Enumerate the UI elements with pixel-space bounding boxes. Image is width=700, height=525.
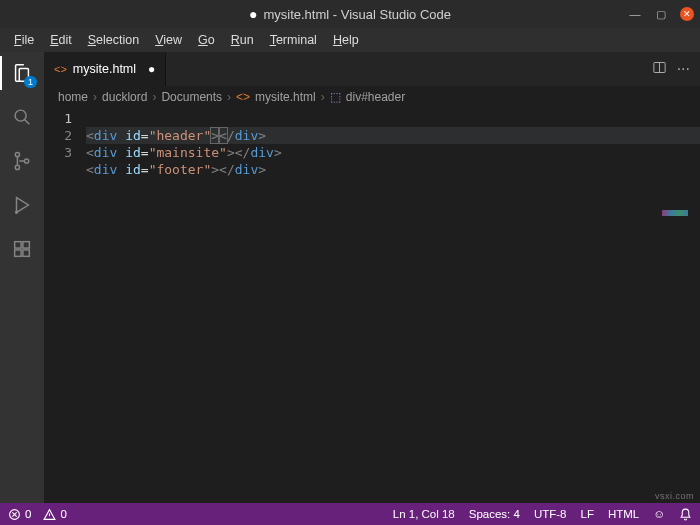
activity-source-control[interactable] — [9, 148, 35, 174]
dirty-indicator-icon: ● — [249, 6, 257, 22]
minimap[interactable] — [662, 210, 688, 216]
status-eol[interactable]: LF — [581, 508, 594, 520]
split-editor-icon[interactable] — [652, 60, 667, 79]
menu-run[interactable]: Run — [223, 31, 262, 49]
tab-dirty-icon: ● — [148, 62, 155, 76]
svg-rect-5 — [15, 242, 21, 248]
menu-terminal[interactable]: Terminal — [262, 31, 325, 49]
window-title: mysite.html - Visual Studio Code — [263, 7, 451, 22]
status-feedback-icon[interactable]: ☺ — [653, 508, 665, 520]
menu-help[interactable]: Help — [325, 31, 367, 49]
breadcrumb-segment[interactable]: home — [58, 90, 88, 104]
status-bar: 0 0 Ln 1, Col 18 Spaces: 4 UTF-8 LF HTML… — [0, 503, 700, 525]
activity-search[interactable] — [9, 104, 35, 130]
menu-edit[interactable]: Edit — [42, 31, 80, 49]
minimize-button[interactable]: — — [628, 7, 642, 21]
svg-point-2 — [15, 165, 19, 169]
status-indentation[interactable]: Spaces: 4 — [469, 508, 520, 520]
symbol-icon: ⬚ — [330, 90, 341, 104]
status-encoding[interactable]: UTF-8 — [534, 508, 567, 520]
line-gutter: 1 2 3 — [44, 110, 86, 503]
svg-rect-7 — [23, 250, 29, 256]
activity-run-debug[interactable] — [9, 192, 35, 218]
breadcrumbs[interactable]: home› ducklord› Documents› <> mysite.htm… — [44, 86, 700, 108]
title-bar: ● mysite.html - Visual Studio Code — ▢ ✕ — [0, 0, 700, 28]
menu-view[interactable]: View — [147, 31, 190, 49]
window-controls: — ▢ ✕ — [628, 7, 694, 21]
main-area: 1 <> mysite.html ● ··· home› — [0, 52, 700, 503]
activity-explorer[interactable]: 1 — [9, 60, 35, 86]
tab-filename: mysite.html — [73, 62, 136, 76]
more-actions-icon[interactable]: ··· — [677, 60, 690, 78]
status-errors[interactable]: 0 — [8, 508, 31, 521]
line-number: 1 — [44, 110, 72, 127]
status-language[interactable]: HTML — [608, 508, 639, 520]
close-button[interactable]: ✕ — [680, 7, 694, 21]
menu-go[interactable]: Go — [190, 31, 223, 49]
tab-actions: ··· — [642, 52, 700, 86]
svg-point-4 — [16, 211, 18, 213]
breadcrumb-segment[interactable]: ducklord — [102, 90, 147, 104]
line-number: 2 — [44, 127, 72, 144]
breadcrumb-segment[interactable]: mysite.html — [255, 90, 316, 104]
tab-mysite[interactable]: <> mysite.html ● — [44, 52, 166, 86]
svg-point-0 — [15, 110, 26, 121]
maximize-button[interactable]: ▢ — [654, 7, 668, 21]
breadcrumb-segment[interactable]: Documents — [161, 90, 222, 104]
svg-rect-8 — [23, 242, 29, 248]
menu-selection[interactable]: Selection — [80, 31, 147, 49]
code-editor[interactable]: 1 2 3 <div id="header"></div> <div id="m… — [44, 108, 700, 503]
menu-file[interactable]: File — [6, 31, 42, 49]
svg-rect-6 — [15, 250, 21, 256]
explorer-badge: 1 — [24, 76, 37, 88]
code-lines[interactable]: <div id="header"></div> <div id="mainsit… — [86, 110, 700, 503]
activity-extensions[interactable] — [9, 236, 35, 262]
svg-point-1 — [15, 152, 19, 156]
status-cursor-position[interactable]: Ln 1, Col 18 — [393, 508, 455, 520]
status-warnings[interactable]: 0 — [43, 508, 66, 521]
line-number: 3 — [44, 144, 72, 161]
html-file-icon: <> — [54, 63, 67, 75]
status-notifications-icon[interactable] — [679, 508, 692, 521]
svg-point-3 — [24, 159, 28, 163]
html-file-icon: <> — [236, 90, 250, 104]
editor-group: <> mysite.html ● ··· home› ducklord› Doc… — [44, 52, 700, 503]
breadcrumb-segment[interactable]: div#header — [346, 90, 405, 104]
activity-bar: 1 — [0, 52, 44, 503]
menu-bar: File Edit Selection View Go Run Terminal… — [0, 28, 700, 52]
tab-row: <> mysite.html ● ··· — [44, 52, 700, 86]
